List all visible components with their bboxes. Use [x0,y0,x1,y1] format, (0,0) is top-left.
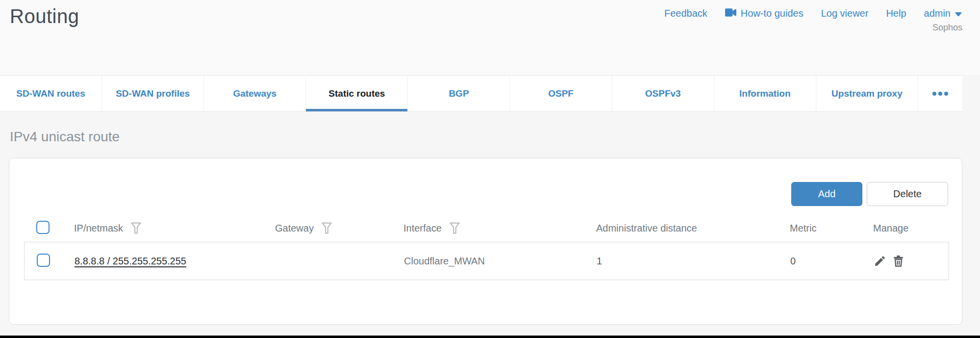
top-header: Routing Feedback How-to guides Log viewe… [0,0,980,75]
edit-icon[interactable] [874,255,886,267]
tab-gateways[interactable]: Gateways [203,76,305,111]
route-metric: 0 [790,256,874,267]
route-interface: Cloudflare_MWAN [404,256,597,267]
filter-icon[interactable] [449,222,460,234]
card-toolbar: Add Delete [9,158,962,206]
tab-upstream-proxy[interactable]: Upstream proxy [816,76,918,111]
column-header-manage: Manage [873,223,908,234]
routing-page: Routing Feedback How-to guides Log viewe… [0,0,980,338]
tab-bar: SD-WAN routes SD-WAN profiles Gateways S… [0,75,962,112]
route-admin-distance: 1 [597,256,790,267]
header-links: Feedback How-to guides Log viewer Help a… [664,8,962,19]
tab-bgp[interactable]: BGP [407,76,509,111]
column-header-metric: Metric [790,223,816,234]
row-checkbox[interactable] [37,254,50,267]
header-right: Feedback How-to guides Log viewer Help a… [664,4,962,75]
brand-label: Sophos [932,23,962,33]
delete-icon[interactable] [892,255,905,268]
bottom-edge-bar [0,336,980,338]
section-heading: IPv4 unicast route [10,127,980,147]
feedback-link[interactable]: Feedback [664,8,707,19]
log-viewer-link[interactable]: Log viewer [821,8,869,19]
column-header-ip-netmask: IP/netmask [74,223,123,234]
column-header-admin-distance: Administrative distance [596,223,697,234]
column-header-interface: Interface [403,223,442,234]
column-header-gateway: Gateway [275,223,314,234]
admin-menu[interactable]: admin [924,8,962,19]
tab-overflow-button[interactable] [918,76,962,111]
filter-icon[interactable] [321,222,332,234]
help-link[interactable]: Help [886,8,906,19]
route-ip-link[interactable]: 8.8.8.8 / 255.255.255.255 [75,256,186,266]
howto-guides-link[interactable]: How-to guides [725,8,804,19]
delete-button[interactable]: Delete [867,182,948,206]
video-camera-icon [725,8,736,19]
chevron-down-icon [955,8,962,19]
tab-static-routes[interactable]: Static routes [305,76,407,111]
tab-information[interactable]: Information [714,76,816,111]
tab-sdwan-profiles[interactable]: SD-WAN profiles [101,76,203,111]
table-row: 8.8.8.8 / 255.255.255.255 Cloudflare_MWA… [24,242,949,280]
ellipsis-icon [932,92,948,96]
select-all-checkbox[interactable] [36,221,50,234]
tab-ospf[interactable]: OSPF [510,76,612,111]
filter-icon[interactable] [130,222,142,234]
tab-ospfv3[interactable]: OSPFv3 [612,76,714,111]
table-header: IP/netmask Gateway Interface Administrat… [24,217,949,239]
page-title: Routing [10,4,79,75]
routes-card: Add Delete IP/netmask Gateway Interfac [9,158,962,325]
add-button[interactable]: Add [791,182,862,206]
tab-sdwan-routes[interactable]: SD-WAN routes [0,76,101,111]
